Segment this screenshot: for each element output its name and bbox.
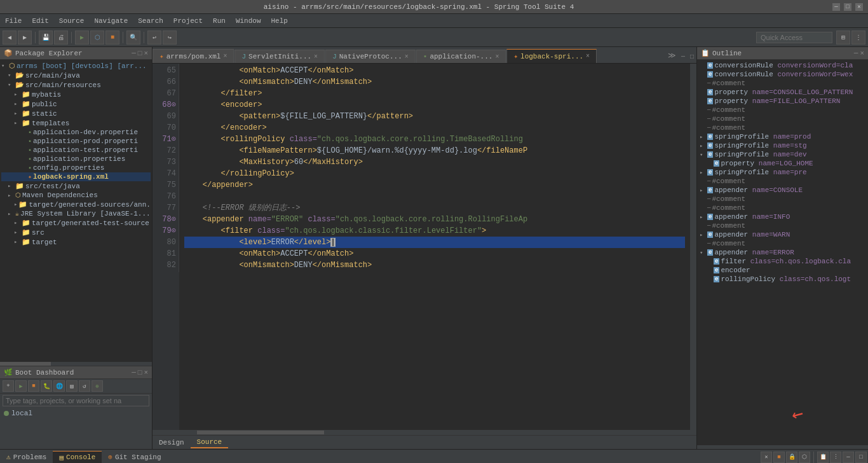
outline-close-btn[interactable]: × bbox=[860, 50, 864, 57]
outline-item-4[interactable]: ▸ e property name=FILE_LOG_PATTERN bbox=[698, 97, 867, 106]
outline-item-encoder[interactable]: ▸ e encoder bbox=[698, 266, 867, 275]
print-button[interactable]: 🖨 bbox=[54, 31, 68, 45]
outline-item-comment-error[interactable]: ▸ ─ #comment bbox=[698, 239, 867, 248]
toolbar-options[interactable]: ⋮ bbox=[851, 31, 865, 45]
console-stop-btn[interactable]: ■ bbox=[773, 452, 785, 463]
debug-button[interactable]: ⬡ bbox=[90, 31, 104, 45]
tree-item-gen-sources[interactable]: ▸ 📁 target/generated-sources/ann... bbox=[1, 200, 151, 209]
code-content[interactable]: <onMatch>ACCEPT</onMatch> <onMismatch>DE… bbox=[179, 64, 690, 430]
outline-hscroll[interactable] bbox=[697, 445, 868, 449]
outline-item-comment-warn[interactable]: ▸ ─ #comment bbox=[698, 221, 867, 230]
menu-help[interactable]: Help bbox=[266, 16, 292, 26]
menu-search[interactable]: Search bbox=[133, 16, 168, 26]
outline-item-0[interactable]: ▸ e conversionRule conversionWord=cla bbox=[698, 61, 867, 70]
outline-item-appender-error[interactable]: ▾ e appender name=ERROR bbox=[698, 248, 867, 257]
problems-tab[interactable]: ⚠ Problems bbox=[0, 451, 53, 463]
boot-console-btn[interactable]: ▤ bbox=[66, 380, 78, 392]
outline-item-appender-info[interactable]: ▸ e appender name=INFO bbox=[698, 212, 867, 221]
outline-item-7[interactable]: ▸ ─ #comment bbox=[698, 123, 867, 132]
outline-item-comment-before-console[interactable]: ▸ ─ #comment bbox=[698, 177, 867, 186]
boot-local-item[interactable]: local bbox=[0, 408, 152, 419]
boot-stop-btn[interactable]: ■ bbox=[28, 380, 39, 392]
pkg-scrollbar-thumb[interactable] bbox=[0, 362, 51, 366]
design-tab[interactable]: Design bbox=[153, 438, 191, 448]
menu-source[interactable]: Source bbox=[54, 16, 90, 26]
editor-vertical-scrollbar[interactable] bbox=[690, 64, 696, 430]
boot-open-btn[interactable]: 🌐 bbox=[53, 380, 65, 392]
tree-item-app-test[interactable]: ▸ ▪ application-test.properti bbox=[1, 146, 151, 155]
outline-item-5[interactable]: ▸ ─ #comment bbox=[698, 106, 867, 114]
menu-project[interactable]: Project bbox=[168, 16, 208, 26]
console-minimize[interactable]: ─ bbox=[843, 452, 854, 463]
close-button[interactable]: ✕ bbox=[855, 3, 863, 11]
console-maximize[interactable]: □ bbox=[855, 452, 867, 463]
tree-item-app-prod[interactable]: ▸ ▪ application-prod.properti bbox=[1, 137, 151, 146]
tree-item-public[interactable]: ▸ 📁 public bbox=[1, 99, 151, 109]
tree-item-app-props[interactable]: ▸ ▪ application.properties bbox=[1, 155, 151, 163]
minimize-button[interactable]: ─ bbox=[832, 3, 840, 11]
tree-item-root[interactable]: ▾ ⬡ arrms [boot] [devtools] [arr... bbox=[1, 61, 151, 71]
editor-minimize-btn[interactable]: ─ bbox=[679, 50, 688, 63]
tree-item-gen-test[interactable]: ▸ 📁 target/generated-test-source bbox=[1, 218, 151, 228]
boot-search-input[interactable] bbox=[3, 395, 149, 406]
console-new-window[interactable]: ⬡ bbox=[799, 452, 810, 463]
source-tab[interactable]: Source bbox=[191, 437, 229, 448]
pkg-maximize-btn[interactable]: □ bbox=[138, 50, 142, 57]
menu-window[interactable]: Window bbox=[231, 16, 266, 26]
tree-item-app-dev[interactable]: ▸ ▪ application-dev.propertie bbox=[1, 128, 151, 137]
tab-pom[interactable]: ✦ arrms/pom.xml × bbox=[153, 49, 234, 63]
console-options[interactable]: ⋮ bbox=[830, 452, 841, 463]
boot-maximize-btn[interactable]: □ bbox=[138, 369, 142, 377]
menu-file[interactable]: File bbox=[0, 16, 27, 26]
tab-servlet[interactable]: J ServletIniti... × bbox=[234, 50, 325, 63]
hscroll-track[interactable] bbox=[172, 431, 690, 434]
menu-edit[interactable]: Edit bbox=[27, 16, 53, 26]
tree-item-config-props[interactable]: ▸ ▪ config.properties bbox=[1, 163, 151, 172]
quick-access-input[interactable] bbox=[756, 32, 832, 43]
outline-item-3[interactable]: ▸ e property name=CONSOLE_LOG_PATTERN bbox=[698, 88, 867, 97]
save-button[interactable]: 💾 bbox=[39, 31, 53, 45]
logback-tab-close[interactable]: × bbox=[586, 53, 590, 60]
hscroll-thumb[interactable] bbox=[197, 431, 324, 434]
tree-item-templates[interactable]: ▸ 📁 templates bbox=[1, 118, 151, 128]
outline-minimize-btn[interactable]: ─ bbox=[854, 50, 858, 57]
boot-refresh-btn[interactable]: ↺ bbox=[79, 380, 90, 392]
tab-native[interactable]: J NativeProtoc... × bbox=[325, 50, 416, 63]
console-copy[interactable]: 📋 bbox=[817, 452, 829, 463]
outline-item-spring-dev[interactable]: ▾ e springProfile name=dev bbox=[698, 150, 867, 159]
boot-close-btn[interactable]: × bbox=[144, 369, 148, 377]
editor-horizontal-scrollbar[interactable] bbox=[153, 430, 696, 435]
menu-run[interactable]: Run bbox=[208, 16, 231, 26]
boot-run-btn[interactable]: ▶ bbox=[15, 380, 27, 392]
git-staging-tab[interactable]: ⊕ Git Staging bbox=[102, 451, 167, 463]
outline-item-comment-info2[interactable]: ▸ ─ #comment bbox=[698, 204, 867, 212]
boot-minimize-btn[interactable]: ─ bbox=[132, 369, 136, 377]
outline-item-appender-warn[interactable]: ▸ e appender name=WARN bbox=[698, 230, 867, 239]
pom-tab-close[interactable]: × bbox=[223, 53, 227, 60]
outline-item-prop-loghome[interactable]: ▸ e property name=LOG_HOME bbox=[698, 159, 867, 168]
tree-item-logback[interactable]: ▸ ✦ logback-spring.xml bbox=[1, 172, 151, 181]
window-controls[interactable]: ─ □ ✕ bbox=[832, 3, 863, 11]
pkg-horizontal-scrollbar[interactable] bbox=[0, 362, 152, 366]
outline-item-rolling[interactable]: ▸ e rollingPolicy class=ch.qos.logt bbox=[698, 275, 867, 284]
servlet-tab-close[interactable]: × bbox=[314, 53, 318, 60]
redo-button[interactable]: ↪ bbox=[163, 31, 177, 45]
tree-item-src-test[interactable]: ▸ 📁 src/test/java bbox=[1, 181, 151, 191]
tab-logback[interactable]: ✦ logback-spri... × bbox=[506, 49, 597, 63]
forward-button[interactable]: ▶ bbox=[18, 31, 32, 45]
boot-new-btn[interactable]: + bbox=[3, 380, 14, 392]
outline-item-1[interactable]: ▸ e conversionRule conversionWord=wex bbox=[698, 70, 867, 79]
tab-application[interactable]: ▪ application-... × bbox=[416, 50, 506, 63]
app-tab-close[interactable]: × bbox=[495, 53, 499, 60]
boot-debug-btn[interactable]: 🐛 bbox=[41, 380, 52, 392]
outline-item-appender-console[interactable]: ▸ e appender name=CONSOLE bbox=[698, 186, 867, 195]
boot-add-btn[interactable]: ⊕ bbox=[92, 380, 103, 392]
outline-item-6[interactable]: ▸ ─ #comment bbox=[698, 114, 867, 123]
outline-item-spring-stg[interactable]: ▸ e springProfile name=stg bbox=[698, 141, 867, 150]
outline-item-spring-prod[interactable]: ▸ e springProfile name=prod bbox=[698, 132, 867, 141]
perspectives-button[interactable]: ⊞ bbox=[836, 31, 850, 45]
console-clear-btn[interactable]: ✕ bbox=[761, 452, 772, 463]
editor-maximize-btn[interactable]: □ bbox=[688, 50, 696, 63]
tree-item-src-main-java[interactable]: ▾ 📂 src/main/java bbox=[1, 71, 151, 80]
tree-item-target[interactable]: ▸ 📁 target bbox=[1, 237, 151, 247]
